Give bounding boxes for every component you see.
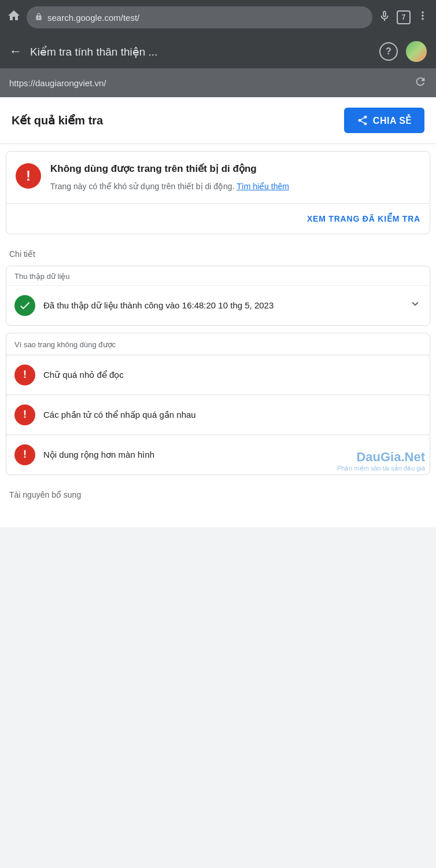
view-page-row: XEM TRANG ĐÃ KIỂM TRA	[6, 203, 430, 234]
resources-label: Tài nguyên bổ sung	[0, 482, 436, 504]
data-collection-item: Đã thu thập dữ liệu thành công vào 16:48…	[6, 286, 430, 325]
issue-exclamation-1: !	[23, 409, 27, 421]
browser-url: search.google.com/test/	[47, 13, 364, 23]
issues-header: Vì sao trang không dùng được	[6, 333, 430, 355]
address-bar[interactable]: search.google.com/test/	[27, 6, 372, 28]
user-avatar[interactable]	[406, 41, 427, 62]
issue-error-icon-0: !	[14, 365, 35, 385]
mic-icon[interactable]	[378, 10, 391, 25]
reload-icon[interactable]	[414, 75, 427, 91]
issues-card: Vì sao trang không dùng được ! Chữ quá n…	[6, 333, 430, 475]
issue-exclamation-0: !	[23, 369, 27, 381]
lock-icon	[35, 13, 43, 23]
error-exclamation: !	[26, 168, 31, 184]
data-collection-text: Đã thu thập dữ liệu thành công vào 16:48…	[43, 299, 401, 311]
browser-chrome: search.google.com/test/ 7	[0, 0, 436, 35]
issue-error-icon-1: !	[14, 404, 35, 425]
issue-exclamation-2: !	[23, 448, 27, 461]
home-icon[interactable]	[7, 9, 21, 26]
status-sub-text-content: Trang này có thể khó sử dụng trên thiết …	[50, 182, 235, 191]
bottom-spacer	[0, 504, 436, 527]
status-section: ! Không dùng được trang trên thiết bị di…	[6, 152, 430, 203]
learn-more-link[interactable]: Tìm hiểu thêm	[237, 182, 289, 191]
issue-text-0: Chữ quá nhỏ để đọc	[43, 370, 422, 380]
browser-menu-icon[interactable]	[416, 9, 429, 25]
data-collection-card: Thu thập dữ liệu Đã thu thập dữ liệu thà…	[6, 266, 430, 326]
issue-text-1: Các phần tử có thể nhấp quá gần nhau	[43, 410, 422, 420]
status-text-block: Không dùng được trang trên thiết bị di đ…	[50, 162, 420, 193]
share-icon	[357, 115, 368, 126]
tabs-count-badge[interactable]: 7	[397, 10, 411, 24]
main-content: Kết quả kiểm tra CHIA SẺ ! Không dùng đư…	[0, 97, 436, 527]
avatar-image	[406, 41, 427, 62]
status-sub-text: Trang này có thể khó sử dụng trên thiết …	[50, 181, 420, 193]
results-title: Kết quả kiểm tra	[12, 113, 103, 127]
results-header: Kết quả kiểm tra CHIA SẺ	[0, 97, 436, 144]
success-icon	[14, 295, 35, 316]
issue-item-0: ! Chữ quá nhỏ để đọc	[6, 355, 430, 395]
share-button[interactable]: CHIA SẺ	[344, 108, 424, 133]
error-status-icon: !	[16, 163, 41, 189]
status-main-text: Không dùng được trang trên thiết bị di đ…	[50, 162, 420, 176]
watermark-section: ! Nội dung rộng hơn màn hình DauGia.Net …	[6, 435, 430, 475]
tool-title: Kiểm tra tính thân thiện ...	[30, 45, 371, 58]
issue-error-icon-2: !	[14, 444, 35, 465]
details-label: Chi tiết	[0, 241, 436, 263]
expand-icon[interactable]	[409, 297, 422, 313]
issue-item-2: ! Nội dung rộng hơn màn hình	[6, 435, 430, 475]
data-collection-header: Thu thập dữ liệu	[6, 266, 430, 286]
tool-header: ← Kiểm tra tính thân thiện ... ?	[0, 35, 436, 68]
url-bar[interactable]: https://daugiarongviet.vn/	[0, 68, 436, 97]
issue-text-2: Nội dung rộng hơn màn hình	[43, 450, 422, 460]
full-url: https://daugiarongviet.vn/	[9, 78, 414, 88]
share-button-label: CHIA SẺ	[373, 115, 412, 126]
view-page-button[interactable]: XEM TRANG ĐÃ KIỂM TRA	[307, 214, 420, 223]
help-button[interactable]: ?	[379, 42, 398, 61]
result-card: ! Không dùng được trang trên thiết bị di…	[6, 151, 430, 234]
issue-item-1: ! Các phần tử có thể nhấp quá gần nhau	[6, 395, 430, 435]
back-button[interactable]: ←	[9, 44, 22, 59]
